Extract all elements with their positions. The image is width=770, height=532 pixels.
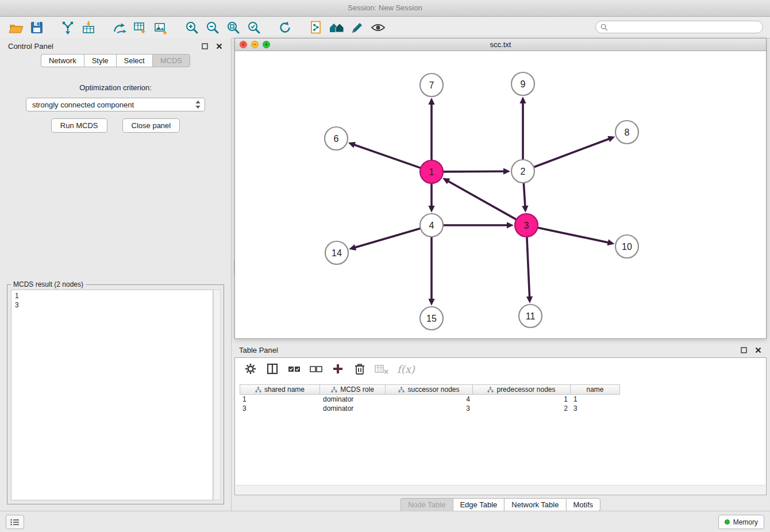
toolbar-search[interactable] (595, 21, 763, 33)
tab-network-table[interactable]: Network Table (504, 498, 565, 511)
zoom-selected-button[interactable] (244, 18, 264, 37)
new-table-icon (133, 20, 148, 35)
close-table-panel-button[interactable] (754, 346, 762, 354)
column-type-icon (487, 387, 494, 393)
graph-node-label: 7 (429, 80, 434, 90)
refresh-button[interactable] (275, 18, 295, 37)
control-panel: Control Panel Network Style Select MCDS … (0, 38, 232, 511)
cell-successor-nodes[interactable]: 3 (386, 404, 473, 413)
cell-predecessor-nodes[interactable]: 2 (473, 404, 571, 413)
deselect-all-columns-button[interactable] (307, 361, 325, 377)
cell-mcds-role[interactable]: dominator (320, 395, 386, 403)
column-header-shared-name[interactable]: shared name (240, 384, 320, 395)
graph-edge-arrowhead (519, 97, 526, 103)
column-header-predecessor-nodes[interactable]: predecessor nodes (473, 384, 571, 395)
graph-edge-arrowhead (428, 299, 434, 306)
search-input[interactable] (611, 22, 758, 32)
graph-node-label: 11 (526, 311, 536, 321)
tab-edge-table[interactable]: Edge Table (452, 498, 504, 511)
memory-label: Memory (733, 518, 758, 526)
criterion-dropdown[interactable]: strongly connected component (26, 98, 205, 111)
column-header-mcds-role[interactable]: MCDS role (320, 384, 386, 395)
network-graph[interactable]: 1234678910111415 (235, 51, 766, 339)
cell-shared-name[interactable]: 1 (240, 395, 320, 403)
graph-edge-3-1[interactable] (449, 182, 517, 219)
graph-edge-3-11[interactable] (527, 237, 530, 296)
cell-name[interactable]: 1 (571, 395, 620, 403)
cell-predecessor-nodes[interactable]: 1 (473, 395, 571, 403)
window-titlebar[interactable]: Session: New Session (0, 0, 770, 17)
tab-motifs[interactable]: Motifs (565, 498, 600, 511)
network-canvas[interactable]: 1234678910111415 (235, 51, 766, 338)
apply-style-button[interactable] (347, 18, 368, 37)
tab-style[interactable]: Style (84, 54, 116, 67)
tab-node-table[interactable]: Node Table (401, 498, 453, 511)
cell-successor-nodes[interactable]: 4 (386, 395, 473, 403)
import-network-button[interactable] (57, 18, 78, 37)
cell-name[interactable]: 3 (571, 404, 620, 413)
run-mcds-button[interactable]: Run MCDS (51, 118, 107, 133)
memory-button[interactable]: Memory (718, 515, 764, 529)
zoom-out-button[interactable] (202, 18, 223, 37)
import-table-icon (81, 20, 96, 35)
tab-select[interactable]: Select (116, 54, 152, 67)
graph-edge-2-8[interactable] (534, 139, 609, 167)
maximize-window-button[interactable]: + (263, 41, 270, 48)
zoom-in-button[interactable] (182, 18, 202, 37)
graph-edge-arrowhead (428, 206, 434, 213)
graph-node-label: 9 (521, 79, 526, 89)
column-header-name[interactable]: name (571, 384, 620, 395)
column-header-successor-nodes[interactable]: successor nodes (386, 384, 473, 395)
mcds-result-list[interactable]: 1 3 (11, 290, 213, 500)
tab-network[interactable]: Network (41, 54, 84, 67)
memory-status-icon (725, 519, 730, 525)
show-hide-panel-button[interactable] (368, 18, 388, 37)
close-panel-action-button[interactable]: Close panel (122, 118, 180, 133)
new-table-button[interactable] (130, 18, 151, 37)
network-view-window: × − + scc.txt 1234678910111415 (234, 38, 767, 339)
minimize-window-button[interactable]: − (251, 41, 259, 48)
cell-mcds-role[interactable]: dominator (320, 404, 386, 413)
table-row[interactable]: 3 dominator 3 2 3 (240, 404, 766, 413)
node-table: shared name MCDS role successor nodes pr… (240, 384, 766, 413)
horizontal-scrollbar[interactable] (236, 485, 765, 494)
float-panel-button[interactable] (201, 43, 209, 50)
close-panel-button[interactable] (215, 43, 223, 50)
export-image-button[interactable] (151, 18, 171, 37)
result-scrollbar[interactable] (213, 290, 221, 500)
delete-table-button[interactable] (373, 361, 390, 377)
graph-edge-2-3[interactable] (523, 183, 525, 206)
graph-edge-1-2[interactable] (443, 171, 503, 172)
select-all-columns-button[interactable] (286, 361, 303, 377)
open-network-file-button[interactable] (306, 18, 326, 37)
open-folder-icon (8, 21, 24, 34)
graph-edge-1-6[interactable] (355, 145, 421, 168)
main-toolbar (0, 17, 770, 38)
list-icon (10, 519, 20, 526)
graph-edge-3-10[interactable] (538, 228, 608, 242)
cell-shared-name[interactable]: 3 (240, 404, 320, 413)
show-columns-button[interactable] (264, 361, 281, 377)
close-window-button[interactable]: × (240, 41, 247, 48)
task-history-button[interactable] (6, 515, 24, 529)
home-view-button[interactable] (326, 18, 347, 37)
function-builder-button[interactable]: f(x) (395, 363, 415, 375)
open-file-button[interactable] (6, 18, 26, 37)
table-toolbar: f(x) (235, 358, 766, 380)
graph-edge-4-14[interactable] (356, 229, 421, 248)
mcds-result-title: MCDS result (2 nodes) (11, 280, 86, 288)
delete-row-button[interactable] (351, 361, 368, 377)
import-table-button[interactable] (78, 18, 99, 37)
table-row[interactable]: 1 dominator 4 1 1 (240, 395, 766, 404)
add-row-button[interactable] (329, 361, 346, 377)
column-type-icon (398, 387, 405, 393)
zoom-fit-button[interactable] (223, 18, 244, 37)
zoom-out-icon (205, 20, 220, 35)
float-table-panel-button[interactable] (740, 346, 748, 354)
save-session-button[interactable] (26, 18, 47, 37)
network-window-title: scc.txt (490, 40, 511, 49)
network-window-titlebar[interactable]: × − + scc.txt (235, 38, 766, 51)
new-network-button[interactable] (109, 18, 130, 37)
tab-mcds[interactable]: MCDS (152, 54, 190, 67)
table-settings-button[interactable] (242, 361, 259, 377)
